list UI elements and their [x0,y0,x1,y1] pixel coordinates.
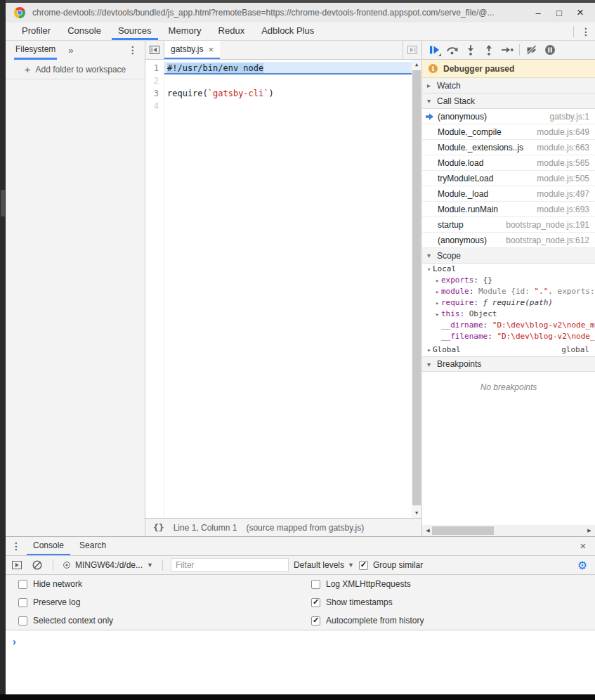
expand-triangle-icon[interactable]: ▸ [436,286,441,297]
clear-console-button[interactable] [30,557,45,573]
hide-navigator-button[interactable] [145,41,164,59]
code-line-1-execution[interactable]: #!/usr/bin/env node [164,62,412,74]
show-timestamps-option[interactable]: ✓ Show timestamps [306,597,595,607]
log-levels-dropdown[interactable]: Default levels ▼ [294,560,354,570]
preserve-log-checkbox[interactable] [18,598,27,607]
collapse-triangle-icon[interactable]: ▸ [427,82,433,89]
step-over-button[interactable] [443,41,462,58]
frame-location[interactable]: bootstrap_node.js:612 [500,235,589,245]
code-editor[interactable]: 1 2 3 4 #!/usr/bin/env node require(`gat… [145,60,421,518]
scroll-left-icon[interactable]: ◀ [425,525,431,536]
frame-location[interactable]: module.js:649 [531,127,589,137]
tab-adblock-plus[interactable]: Adblock Plus [255,22,320,40]
group-similar-checkbox[interactable]: ✓ [359,561,368,570]
sidebar-horizontal-scrollbar[interactable]: ◀ ▶ [422,525,595,536]
collapse-triangle-icon[interactable]: ▾ [427,264,433,275]
filter-input[interactable] [171,558,289,572]
log-xhr-checkbox[interactable] [311,580,320,589]
frame-location[interactable]: module.js:663 [531,143,589,153]
tab-memory[interactable]: Memory [162,22,208,40]
show-console-sidebar-button[interactable] [9,557,25,573]
drawer-close-icon[interactable]: × [571,537,595,555]
collapse-triangle-icon[interactable]: ▾ [427,97,433,105]
drawer-menu-icon[interactable]: ⋮ [6,537,27,555]
scope-section-header[interactable]: ▾ Scope [422,248,595,264]
editor-tab-gatsby[interactable]: gatsby.js × [164,41,220,59]
scrollbar-thumb[interactable] [432,526,494,535]
minimize-button[interactable]: – [528,8,549,18]
drawer-tab-console[interactable]: Console [27,537,70,555]
frame-location[interactable]: module.js:505 [531,174,589,183]
code-line-3[interactable]: require(`gatsby-cli`) [164,87,412,100]
call-stack-frame[interactable]: (anonymous) bootstrap_node.js:612 [422,233,595,248]
autocomplete-history-option[interactable]: ✓ Autocomplete from history [306,616,595,626]
tab-sources[interactable]: Sources [112,22,158,40]
main-menu-icon[interactable]: ⋮ [577,26,595,37]
scope-property-dirname[interactable]: __dirname: "D:\dev\blog-v2\node_mo [422,320,595,331]
show-timestamps-checkbox[interactable]: ✓ [311,598,320,607]
tab-redux[interactable]: Redux [212,22,251,40]
tab-profiler[interactable]: Profiler [15,22,57,40]
call-stack-frame[interactable]: Module._compile module.js:649 [422,124,595,140]
tab-console[interactable]: Console [61,22,107,40]
tab-close-icon[interactable]: × [208,44,214,55]
breakpoints-section-header[interactable]: ▾ Breakpoints [422,356,595,372]
scroll-up-icon[interactable]: ▲ [412,60,421,70]
console-prompt[interactable]: › [6,630,595,694]
scope-property-this[interactable]: ▸this: Object [422,309,595,320]
close-button[interactable]: × [570,6,591,20]
call-stack-frame[interactable]: tryModuleLoad module.js:505 [422,171,595,186]
log-xhr-option[interactable]: Log XMLHttpRequests [306,579,595,589]
expand-triangle-icon[interactable]: ▸ [436,297,441,309]
frame-location[interactable]: module.js:497 [531,189,589,199]
scroll-down-icon[interactable]: ▼ [412,508,421,518]
expand-triangle-icon[interactable]: ▸ [427,346,433,354]
step-out-button[interactable] [480,41,498,58]
selected-context-only-checkbox[interactable] [18,616,27,626]
maximize-button[interactable]: □ [549,8,570,18]
frame-location[interactable]: module.js:693 [531,205,589,214]
scope-global-row[interactable]: ▸Globalglobal [422,342,595,356]
scope-property-require[interactable]: ▸require: ƒ require(path) [422,297,595,309]
scrollbar-thumb[interactable] [412,70,421,505]
tab-overflow-icon[interactable]: » [68,41,73,60]
code-area[interactable]: #!/usr/bin/env node require(`gatsby-cli`… [164,60,412,518]
step-into-button[interactable] [462,41,480,58]
scope-local-row[interactable]: ▾Local [422,264,595,275]
execution-context-selector[interactable]: MINGW64:/d/de... ▼ [61,560,155,570]
call-stack-frame[interactable]: Module._extensions..js module.js:663 [422,140,595,155]
code-line-4[interactable] [164,100,412,112]
call-stack-frame-current[interactable]: (anonymous) gatsby.js:1 [422,109,595,124]
preserve-log-option[interactable]: Preserve log [6,597,306,607]
drawer-tab-search[interactable]: Search [73,537,112,555]
editor-scrollbar[interactable]: ▲ ▼ [412,60,421,518]
watch-section-header[interactable]: ▸ Watch [422,78,595,93]
call-stack-frame[interactable]: Module.runMain module.js:693 [422,202,595,217]
pretty-print-icon[interactable]: {} [153,522,164,533]
edge-scrollbar-thumb[interactable] [1,190,5,216]
call-stack-frame[interactable]: Module.load module.js:565 [422,155,595,171]
deactivate-breakpoints-button[interactable] [523,41,541,58]
autocomplete-history-checkbox[interactable]: ✓ [311,616,320,626]
collapse-triangle-icon[interactable]: ▾ [427,252,433,259]
collapse-triangle-icon[interactable]: ▾ [427,361,433,368]
frame-location[interactable]: module.js:565 [531,158,589,168]
scroll-right-icon[interactable]: ▶ [587,525,592,536]
hide-network-checkbox[interactable] [18,580,27,589]
expand-triangle-icon[interactable]: ▸ [436,275,441,286]
resume-button[interactable] [425,41,443,58]
code-line-2[interactable] [164,74,412,87]
step-button[interactable] [498,41,516,58]
navigator-menu-icon[interactable]: ⋮ [124,41,142,60]
reveal-sidebar-button[interactable] [403,41,421,59]
call-stack-frame[interactable]: startup bootstrap_node.js:191 [422,217,595,233]
scope-property-module[interactable]: ▸module: Module {id: ".", exports: [422,286,595,297]
call-stack-frame[interactable]: Module._load module.js:497 [422,186,595,202]
frame-location[interactable]: gatsby.js:1 [544,112,589,122]
expand-triangle-icon[interactable]: ▸ [436,309,441,320]
tab-filesystem[interactable]: Filesystem [14,41,57,60]
frame-location[interactable]: bootstrap_node.js:191 [500,220,589,230]
call-stack-section-header[interactable]: ▾ Call Stack [422,93,595,109]
console-settings-gear-icon[interactable]: ⚙ [573,559,591,572]
scope-property-filename[interactable]: __filename: "D:\dev\blog-v2\node_n [422,331,595,342]
